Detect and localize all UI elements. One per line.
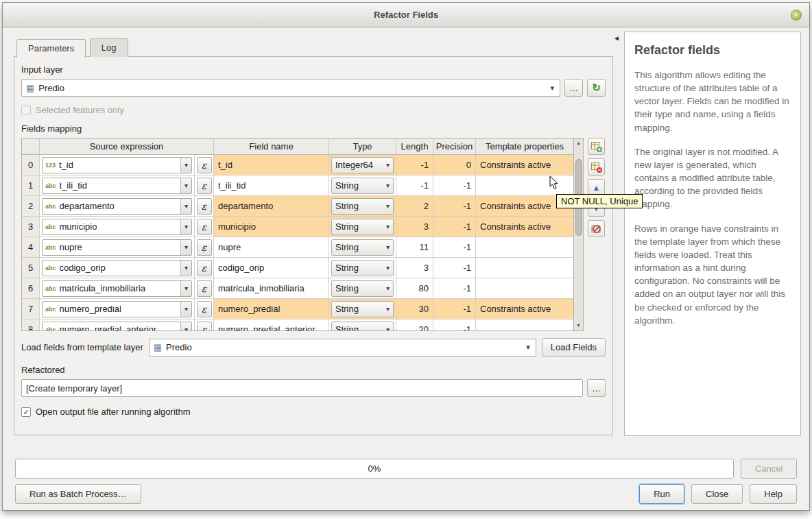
chevron-down-icon[interactable]: ▾ [180,261,191,276]
row-header[interactable]: 1 [22,176,40,196]
refactored-output-field[interactable]: [Create temporary layer] [21,379,583,397]
chevron-down-icon[interactable]: ▾ [386,285,393,292]
length-cell[interactable]: -1 [396,155,433,176]
chevron-down-icon[interactable]: ▾ [386,264,393,271]
input-layer-combo[interactable]: ▦ Predio ▾ [21,79,560,97]
expression-builder-button[interactable]: ε [197,219,212,235]
type-select[interactable]: String ▾ [331,301,394,317]
expression-builder-button[interactable]: ε [197,157,212,173]
row-header[interactable]: 5 [22,258,40,278]
field-name-cell[interactable]: nupre [214,237,329,258]
type-select[interactable]: String ▾ [331,322,394,332]
type-select[interactable]: String ▾ [331,280,394,297]
precision-cell[interactable]: -1 [433,176,476,196]
chevron-down-icon[interactable]: ▾ [180,199,191,214]
length-cell[interactable]: 20 [396,319,433,331]
chevron-down-icon[interactable]: ▾ [521,343,536,352]
source-expression-combo[interactable]: abc municipio ▾ [42,219,192,235]
chevron-down-icon[interactable]: ▾ [180,219,191,234]
expression-builder-button[interactable]: ε [197,260,212,276]
table-scrollbar[interactable]: ▲ ▼ [574,138,584,331]
field-name-cell[interactable]: departamento [214,196,329,217]
cancel-button[interactable]: Cancel [741,459,797,479]
expression-builder-button[interactable]: ε [197,198,212,215]
row-header[interactable]: 8 [22,319,40,331]
chevron-down-icon[interactable]: ▾ [386,202,393,210]
length-cell[interactable]: 11 [396,237,433,258]
row-header[interactable]: 3 [22,217,40,237]
field-name-cell[interactable]: numero_predial [214,299,329,319]
template-layer-combo[interactable]: ▦ Predio ▾ [149,339,536,357]
row-header[interactable]: 6 [22,278,40,299]
field-name-cell[interactable]: numero_predial_anterior [214,319,329,331]
load-fields-button[interactable]: Load Fields [542,338,606,357]
chevron-down-icon[interactable]: ▾ [386,223,393,230]
open-output-checkbox[interactable]: ✓ [21,407,31,417]
source-expression-combo[interactable]: abc t_ili_tid ▾ [42,178,192,194]
type-select[interactable]: String ▾ [331,198,394,215]
delete-field-button[interactable] [588,158,605,176]
chevron-down-icon[interactable]: ▾ [386,161,393,169]
field-name-cell[interactable]: municipio [214,217,329,237]
length-cell[interactable]: 30 [396,299,433,319]
row-header[interactable]: 4 [22,237,40,258]
selected-features-checkbox[interactable] [21,106,31,115]
chevron-down-icon[interactable]: ▾ [545,84,560,93]
type-select[interactable]: String ▾ [331,178,394,194]
length-cell[interactable]: 3 [396,217,433,237]
type-select[interactable]: String ▾ [331,260,394,276]
chevron-down-icon[interactable]: ▾ [386,305,393,313]
source-expression-combo[interactable]: abc codigo_orip ▾ [42,260,192,276]
row-header[interactable]: 2 [22,196,40,217]
run-button[interactable]: Run [639,484,684,504]
source-expression-combo[interactable]: abc numero_predial ▾ [42,301,192,317]
chevron-down-icon[interactable]: ▾ [180,281,191,296]
precision-cell[interactable]: -1 [433,237,476,258]
chevron-down-icon[interactable]: ▾ [386,326,393,331]
precision-cell[interactable]: -1 [433,196,476,217]
precision-cell[interactable]: 0 [433,155,476,176]
length-cell[interactable]: -1 [396,176,433,196]
tab-parameters[interactable]: Parameters [16,39,86,58]
length-cell[interactable]: 3 [396,258,433,278]
scroll-down-icon[interactable]: ▼ [575,321,583,330]
input-layer-browse-button[interactable]: … [564,79,583,97]
chevron-down-icon[interactable]: ▾ [180,322,191,332]
source-expression-combo[interactable]: abc nupre ▾ [42,239,192,256]
reload-layer-icon[interactable]: ↻ [587,79,606,97]
precision-cell[interactable]: -1 [433,217,476,237]
precision-cell[interactable]: -1 [433,319,476,331]
scroll-up-icon[interactable]: ▲ [575,138,583,148]
type-select[interactable]: String ▾ [331,219,394,235]
add-field-button[interactable] [588,138,605,155]
type-select[interactable]: String ▾ [331,239,394,256]
field-name-cell[interactable]: codigo_orip [214,258,329,278]
chevron-down-icon[interactable]: ▾ [386,182,393,189]
source-expression-combo[interactable]: abc numero_predial_anterior ▾ [42,322,192,332]
precision-cell[interactable]: -1 [433,299,476,319]
field-name-cell[interactable]: t_ili_tid [214,176,329,196]
source-expression-combo[interactable]: 123 t_id ▾ [42,157,192,173]
expression-builder-button[interactable]: ε [197,178,212,194]
source-expression-combo[interactable]: abc matricula_inmobiliaria ▾ [42,280,192,297]
chevron-down-icon[interactable]: ▾ [180,158,191,173]
chevron-down-icon[interactable]: ▾ [180,302,191,317]
field-name-cell[interactable]: matricula_inmobiliaria [214,278,329,299]
type-select[interactable]: Integer64 ▾ [331,157,394,173]
run-as-batch-button[interactable]: Run as Batch Process… [15,484,141,504]
source-expression-combo[interactable]: abc departamento ▾ [42,198,192,215]
chevron-down-icon[interactable]: ▾ [180,178,191,193]
tab-log[interactable]: Log [90,38,128,57]
window-close-icon[interactable]: ✕ [791,10,802,21]
chevron-down-icon[interactable]: ▾ [180,240,191,255]
expression-builder-button[interactable]: ε [197,322,212,332]
expression-builder-button[interactable]: ε [197,301,212,317]
row-header[interactable]: 7 [22,299,40,319]
expression-builder-button[interactable]: ε [197,239,212,256]
scrollbar-track[interactable] [575,148,583,321]
length-cell[interactable]: 80 [396,278,433,299]
length-cell[interactable]: 2 [396,196,433,217]
precision-cell[interactable]: -1 [433,258,476,278]
expression-builder-button[interactable]: ε [197,280,212,297]
row-header[interactable]: 0 [22,155,40,176]
